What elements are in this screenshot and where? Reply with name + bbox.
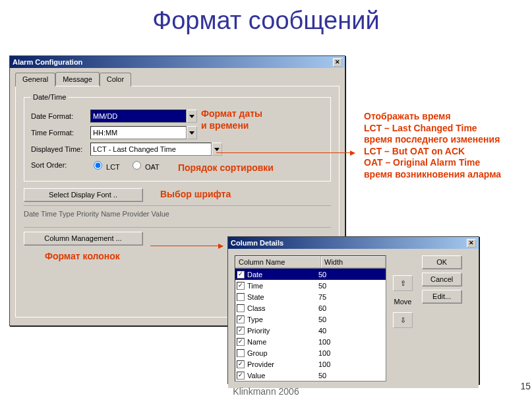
group-legend: Date/Time <box>31 93 68 101</box>
column-name: Value <box>247 372 318 380</box>
chevron-down-icon[interactable] <box>212 143 222 156</box>
list-item[interactable]: State75 <box>235 291 386 302</box>
list-item[interactable]: Class60 <box>235 302 386 314</box>
page-number: 15 <box>520 381 531 391</box>
annotation-font: Выбор шрифта <box>160 189 231 201</box>
column-width: 100 <box>318 349 384 357</box>
close-icon[interactable]: ✕ <box>333 58 342 67</box>
list-item[interactable]: ✓Priority40 <box>235 325 386 336</box>
column-name: Type <box>247 315 318 323</box>
sort-order-radios: LCT OAT <box>90 159 160 171</box>
column-width: 100 <box>318 360 384 368</box>
column-name: Group <box>247 349 318 357</box>
displayed-time-input[interactable] <box>90 143 212 156</box>
col-header-width[interactable]: Width <box>321 256 386 268</box>
list-header: Column Name Width <box>235 256 386 269</box>
edit-button[interactable]: Edit... <box>422 290 461 303</box>
slide-title: Формат сообщений <box>0 0 532 39</box>
dialog-buttons: OK Cancel Edit... <box>422 255 461 381</box>
annotation-date-time: Формат даты и времени <box>201 108 262 131</box>
time-format-input[interactable] <box>90 126 187 139</box>
column-name: Class <box>247 304 318 312</box>
col-header-name[interactable]: Column Name <box>235 256 321 268</box>
sort-order-label: Sort Order: <box>31 161 90 169</box>
list-item[interactable]: ✓Provider100 <box>235 358 386 370</box>
column-name: Date <box>247 271 318 279</box>
titlebar: Alarm Configuration ✕ <box>10 56 345 68</box>
date-format-label: Date Format: <box>31 112 90 120</box>
list-item[interactable]: ✓Time50 <box>235 280 386 291</box>
divider <box>24 227 331 228</box>
column-width: 50 <box>318 271 384 279</box>
divider <box>24 205 331 206</box>
dialog-body: Column Name Width ✓Date50✓Time50State75C… <box>228 249 479 388</box>
tabstrip: General Message Color <box>15 72 340 86</box>
move-down-button[interactable]: ⇩ <box>393 312 413 328</box>
annotation-displayed-time: Отображать время LCT – Last Changed Time… <box>364 111 501 180</box>
column-management-button[interactable]: Column Management ... <box>24 232 142 245</box>
column-width: 50 <box>318 372 384 380</box>
checkbox[interactable] <box>237 349 245 357</box>
column-name: Priority <box>247 327 318 335</box>
sort-oat-label: OAT <box>145 163 160 171</box>
arrow <box>150 246 223 246</box>
chevron-down-icon[interactable] <box>187 126 197 139</box>
move-label: Move <box>394 298 412 306</box>
move-controls: ⇧ Move ⇩ <box>393 275 413 381</box>
checkbox[interactable]: ✓ <box>237 338 245 346</box>
list-item[interactable]: ✓Value50 <box>235 370 386 381</box>
date-format-combo[interactable] <box>90 110 197 123</box>
displayed-time-label: Displayed Time: <box>31 145 90 153</box>
checkbox[interactable]: ✓ <box>237 327 245 335</box>
sample-columns-text: Date Time Type Priority Name Provider Va… <box>24 210 331 218</box>
column-name: Name <box>247 338 318 346</box>
displayed-time-combo[interactable] <box>90 143 222 156</box>
column-width: 60 <box>318 304 384 312</box>
tab-general[interactable]: General <box>15 73 55 86</box>
chevron-down-icon[interactable] <box>187 110 197 123</box>
list-item[interactable]: ✓Date50 <box>235 269 386 280</box>
titlebar: Column Details ✕ <box>228 237 479 249</box>
column-width: 50 <box>318 282 384 290</box>
tab-message[interactable]: Message <box>55 72 100 86</box>
column-width: 100 <box>318 338 384 346</box>
annotation-columns: Формат колонок <box>45 251 120 263</box>
column-width: 40 <box>318 327 384 335</box>
ok-button[interactable]: OK <box>422 255 461 269</box>
time-format-label: Time Format: <box>31 129 90 137</box>
sort-lct-radio[interactable] <box>94 161 102 170</box>
column-details-window: Column Details ✕ Column Name Width ✓Date… <box>227 236 479 384</box>
arrow-down-icon: ⇩ <box>400 316 406 325</box>
checkbox[interactable] <box>237 304 245 312</box>
list-item[interactable]: ✓Name100 <box>235 336 386 347</box>
sort-lct-label: LCT <box>106 163 120 171</box>
window-title: Alarm Configuration <box>13 58 82 66</box>
sort-oat-radio[interactable] <box>133 161 141 170</box>
list-item[interactable]: ✓Type50 <box>235 314 386 325</box>
annotation-sort-order: Порядок сортировки <box>178 162 274 174</box>
column-list[interactable]: Column Name Width ✓Date50✓Time50State75C… <box>235 255 386 381</box>
checkbox[interactable]: ✓ <box>237 360 245 368</box>
move-up-button[interactable]: ⇧ <box>393 275 413 291</box>
arrow <box>216 152 355 153</box>
column-name: State <box>247 293 318 301</box>
time-format-combo[interactable] <box>90 126 197 139</box>
close-icon[interactable]: ✕ <box>467 239 476 248</box>
column-width: 75 <box>318 293 384 301</box>
column-name: Time <box>247 282 318 290</box>
date-format-input[interactable] <box>90 110 187 123</box>
slide-footer: Klinkmann 2006 <box>0 386 532 397</box>
checkbox[interactable]: ✓ <box>237 282 245 290</box>
date-time-group: Date/Time Date Format: Time Format: Disp… <box>24 93 331 182</box>
tab-color[interactable]: Color <box>100 73 131 86</box>
select-display-font-button[interactable]: Select Display Font .. <box>24 188 142 201</box>
cancel-button[interactable]: Cancel <box>422 273 461 286</box>
checkbox[interactable]: ✓ <box>237 372 245 380</box>
column-width: 50 <box>318 315 384 323</box>
list-rows: ✓Date50✓Time50State75Class60✓Type50✓Prio… <box>235 269 386 381</box>
list-item[interactable]: Group100 <box>235 347 386 358</box>
checkbox[interactable]: ✓ <box>237 315 245 323</box>
window-title: Column Details <box>231 239 283 247</box>
checkbox[interactable] <box>237 293 245 301</box>
checkbox[interactable]: ✓ <box>237 271 245 279</box>
